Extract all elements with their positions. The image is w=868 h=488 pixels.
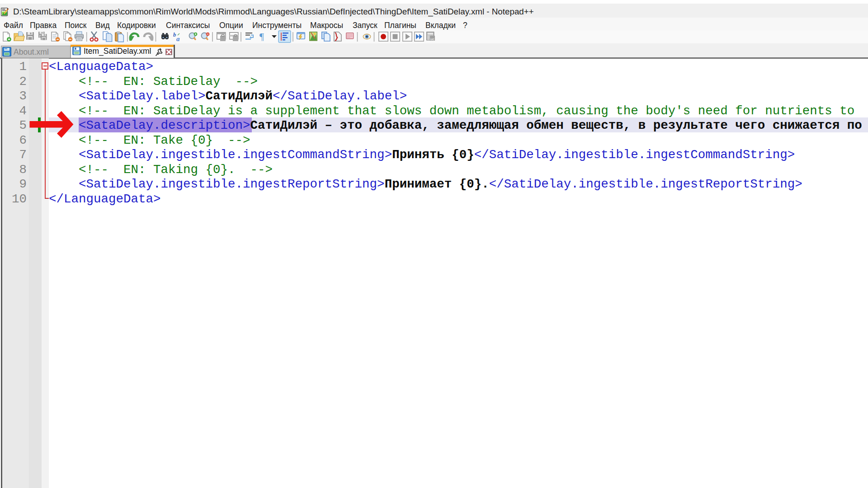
svg-text:uc: uc [430, 37, 434, 41]
svg-text:a: a [176, 35, 180, 42]
svg-text:b: b [173, 31, 176, 38]
svg-text:¶: ¶ [259, 31, 264, 42]
